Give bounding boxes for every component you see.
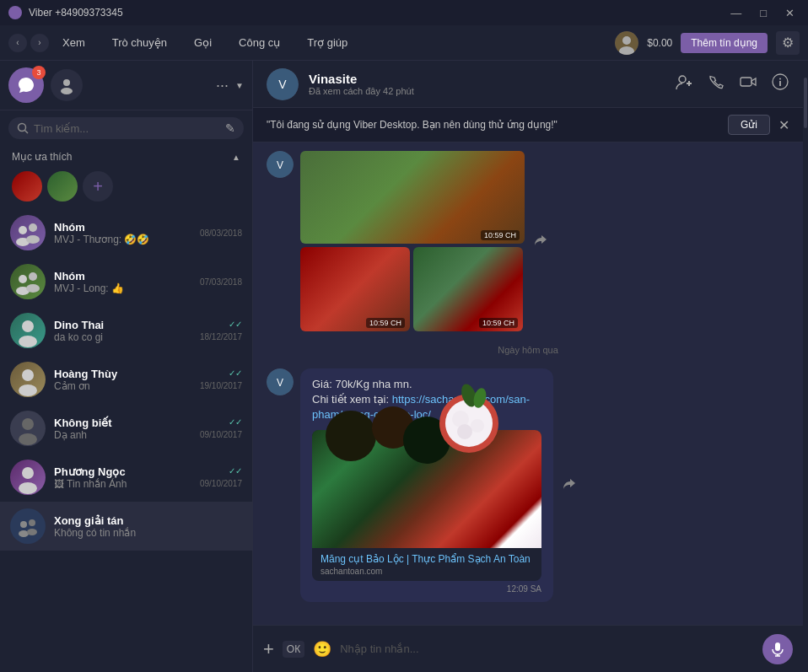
- menu-item-xem[interactable]: Xem: [57, 33, 90, 52]
- add-contact-button[interactable]: [675, 73, 693, 95]
- chat-date: 09/10/2017: [200, 430, 242, 439]
- add-attachment-button[interactable]: +: [263, 638, 274, 660]
- sticker-button[interactable]: ОК: [283, 641, 304, 658]
- voice-call-button[interactable]: [707, 73, 725, 95]
- chat-date: 07/03/2018: [200, 277, 242, 287]
- msg-sender-avatar: V: [267, 368, 294, 395]
- profile-button[interactable]: [51, 69, 83, 101]
- svg-point-16: [19, 336, 37, 347]
- svg-point-7: [19, 226, 27, 234]
- svg-point-4: [61, 88, 73, 94]
- message-row-photos: V 10:59 CH 10:59 CH: [267, 151, 789, 331]
- favorites-label: Mục ưa thích: [12, 151, 72, 163]
- message-input[interactable]: [340, 642, 754, 655]
- favorite-avatar-1[interactable]: [12, 171, 42, 202]
- chat-info: Nhóm MVJ - Long: 👍: [54, 270, 191, 294]
- balance-display: $0.00: [647, 37, 672, 49]
- forward-icon[interactable]: [562, 476, 577, 494]
- chat-header-status: Đã xem cách đây 42 phút: [309, 86, 665, 96]
- menu-item-trogiup[interactable]: Trợ giúp: [302, 33, 353, 52]
- favorites-collapse-icon[interactable]: ▲: [232, 153, 240, 162]
- chat-item-xong[interactable]: Xong giải tán Không có tin nhắn: [0, 502, 252, 551]
- chat-item-nhom2[interactable]: Nhóm MVJ - Long: 👍 07/03/2018: [0, 257, 252, 306]
- search-input-wrap: ✎: [8, 117, 244, 139]
- svg-point-20: [19, 433, 37, 445]
- link-preview[interactable]: Măng cụt Bảo Lộc | Thực Phẩm Sạch An Toà…: [312, 430, 541, 581]
- search-input[interactable]: [34, 122, 220, 135]
- chat-meta: ✓✓ 19/10/2017: [200, 368, 242, 390]
- titlebar: Viber +84909373345 — □ ✕: [0, 0, 808, 25]
- photos-row-2: 10:59 CH 10:59 CH: [300, 247, 525, 331]
- chat-item-dino[interactable]: Dino Thai da ko co gi ✓✓ 18/12/2017: [0, 306, 252, 355]
- photo-time: 10:59 CH: [366, 318, 405, 328]
- forward-icon[interactable]: [533, 232, 548, 250]
- chat-item-nhom1[interactable]: Nhóm MVJ - Thương: 🤣🤣 08/03/2018: [0, 208, 252, 257]
- photo-thumb-large[interactable]: 10:59 CH: [300, 151, 525, 244]
- msg-bubble: Giá: 70k/Kg nha mn. Chi tiết xem tại: ht…: [300, 368, 553, 602]
- chat-info: Phương Ngọc 🖼 Tin nhắn Ảnh: [54, 465, 191, 490]
- add-favorite-button[interactable]: +: [83, 171, 113, 202]
- sidebar-top: 3 ··· ▼: [0, 61, 252, 110]
- chat-input-area: + ОК 🙂: [253, 625, 803, 672]
- menu-item-goi[interactable]: Gọi: [189, 33, 217, 52]
- chat-avatar: [10, 362, 46, 397]
- emoji-button[interactable]: 🙂: [313, 640, 331, 659]
- viber-mic-button[interactable]: [762, 634, 793, 664]
- chat-meta: 07/03/2018: [200, 277, 242, 287]
- chat-preview: Không có tin nhắn: [54, 527, 234, 539]
- nav-forward-button[interactable]: ›: [30, 34, 49, 52]
- main-layout: 3 ··· ▼ ✎ Mục ưa thích ▲ +: [0, 61, 808, 672]
- chat-item-hoang[interactable]: Hoàng Thùy Cảm ơn ✓✓ 19/10/2017: [0, 355, 252, 404]
- favorite-avatar-2[interactable]: [47, 171, 78, 202]
- video-call-button[interactable]: [739, 73, 757, 95]
- add-credit-button[interactable]: Thêm tín dụng: [681, 33, 768, 53]
- photo-thumb-2[interactable]: 10:59 CH: [413, 247, 523, 331]
- svg-rect-50: [775, 642, 780, 651]
- svg-point-11: [19, 275, 27, 283]
- svg-point-35: [779, 78, 781, 80]
- link-preview-title[interactable]: Măng cụt Bảo Lộc | Thực Phẩm Sạch An Toà…: [312, 548, 541, 567]
- chat-area: V Vinasite Đã xem cách đây 42 phút: [253, 61, 803, 672]
- menu-item-congcu[interactable]: Công cụ: [234, 33, 285, 52]
- menubar-right: $0.00 Thêm tín dụng ⚙: [615, 31, 800, 55]
- chat-avatar: [10, 460, 46, 495]
- chat-avatar: [10, 411, 46, 446]
- svg-point-23: [20, 521, 27, 528]
- nav-back-button[interactable]: ‹: [8, 34, 27, 52]
- svg-point-10: [26, 235, 40, 244]
- user-avatar[interactable]: [615, 31, 638, 55]
- chat-item-phuong[interactable]: Phương Ngọc 🖼 Tin nhắn Ảnh ✓✓ 09/10/2017: [0, 453, 252, 502]
- link-preview-domain: sachantoan.com: [312, 567, 541, 581]
- scroll-handle[interactable]: [804, 78, 807, 128]
- scrollbar[interactable]: [803, 61, 808, 672]
- svg-point-26: [27, 529, 37, 535]
- msg-sender-avatar: V: [267, 151, 294, 178]
- svg-line-6: [25, 131, 29, 134]
- chat-name: Xong giải tán: [54, 514, 234, 527]
- microphone-icon: [769, 641, 786, 658]
- svg-point-19: [22, 418, 34, 430]
- banner-send-button[interactable]: Gửi: [728, 115, 770, 135]
- svg-point-17: [22, 369, 34, 381]
- photo-thumb-1[interactable]: 10:59 CH: [300, 247, 410, 331]
- compose-icon[interactable]: ✎: [225, 121, 235, 135]
- more-options-button[interactable]: ···: [216, 77, 229, 94]
- chat-item-khong[interactable]: Không biết Dạ anh ✓✓ 09/10/2017: [0, 404, 252, 453]
- notifications-button[interactable]: 3: [8, 67, 44, 103]
- photos-container: 10:59 CH 10:59 CH 10:59 CH: [300, 151, 525, 331]
- chat-preview: 🖼 Tin nhắn Ảnh: [54, 478, 191, 490]
- info-button[interactable]: [771, 73, 789, 95]
- chat-date: 09/10/2017: [200, 479, 242, 488]
- chat-info: Hoàng Thùy Cảm ơn: [54, 368, 191, 392]
- menu-item-trochuyen[interactable]: Trò chuyện: [107, 33, 172, 52]
- maximize-button[interactable]: □: [755, 7, 772, 19]
- svg-point-12: [29, 272, 37, 281]
- chat-date: 08/03/2018: [200, 228, 242, 238]
- chat-info: Dino Thai da ko co gi: [54, 319, 191, 343]
- settings-button[interactable]: ⚙: [776, 31, 800, 55]
- close-button[interactable]: ✕: [780, 7, 800, 19]
- chat-preview: MVJ - Long: 👍: [54, 282, 191, 294]
- minimize-button[interactable]: —: [725, 7, 746, 19]
- banner-close-button[interactable]: ✕: [778, 117, 789, 133]
- chat-preview: MVJ - Thương: 🤣🤣: [54, 234, 191, 245]
